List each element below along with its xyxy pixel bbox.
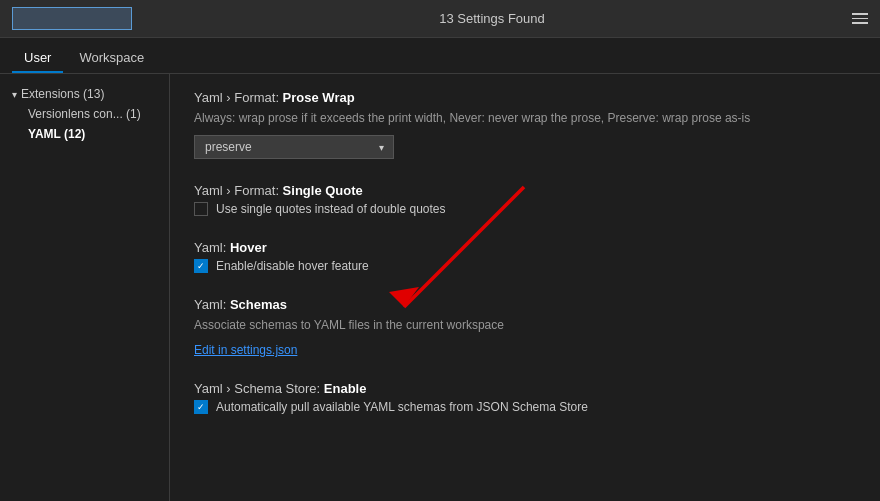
setting-single-quote: Yaml › Format: Single Quote Use single q… [194, 183, 856, 216]
search-input[interactable]: yaml [12, 7, 132, 30]
setting-single-quote-prefix: Yaml › Format: [194, 183, 283, 198]
setting-schema-store-bold: Enable [324, 381, 367, 396]
sidebar-item-versionlens[interactable]: Versionlens con... (1) [0, 104, 169, 124]
sidebar-section-extensions: ▾ Extensions (13) Versionlens con... (1)… [0, 82, 169, 146]
search-result-count: 13 Settings Found [439, 11, 545, 26]
setting-prose-wrap-title: Yaml › Format: Prose Wrap [194, 90, 856, 105]
setting-hover-title: Yaml: Hover [194, 240, 856, 255]
setting-schemas-prefix: Yaml: [194, 297, 230, 312]
sidebar-group-label: Extensions (13) [21, 87, 104, 101]
setting-schemas: Yaml: Schemas Associate schemas to YAML … [194, 297, 856, 357]
setting-single-quote-label: Use single quotes instead of double quot… [216, 202, 446, 216]
setting-hover: Yaml: Hover Enable/disable hover feature [194, 240, 856, 273]
setting-single-quote-bold: Single Quote [283, 183, 363, 198]
setting-hover-bold: Hover [230, 240, 267, 255]
main-layout: ▾ Extensions (13) Versionlens con... (1)… [0, 74, 880, 501]
setting-schema-store-label: Automatically pull available YAML schema… [216, 400, 588, 414]
setting-hover-checkbox[interactable] [194, 259, 208, 273]
sidebar: ▾ Extensions (13) Versionlens con... (1)… [0, 74, 170, 501]
setting-single-quote-title: Yaml › Format: Single Quote [194, 183, 856, 198]
setting-prose-wrap-dropdown[interactable]: preserve always never [194, 135, 394, 159]
tab-user[interactable]: User [12, 44, 63, 73]
setting-schema-store-enable: Yaml › Schema Store: Enable Automaticall… [194, 381, 856, 414]
setting-prose-wrap-description: Always: wrap prose if it exceeds the pri… [194, 109, 856, 127]
setting-single-quote-checkbox[interactable] [194, 202, 208, 216]
setting-hover-row: Enable/disable hover feature [194, 259, 856, 273]
setting-hover-prefix: Yaml: [194, 240, 230, 255]
setting-prose-wrap-bold: Prose Wrap [283, 90, 355, 105]
setting-prose-wrap: Yaml › Format: Prose Wrap Always: wrap p… [194, 90, 856, 159]
setting-schemas-bold: Schemas [230, 297, 287, 312]
setting-schemas-title: Yaml: Schemas [194, 297, 856, 312]
setting-single-quote-row: Use single quotes instead of double quot… [194, 202, 856, 216]
setting-schemas-description: Associate schemas to YAML files in the c… [194, 316, 856, 334]
setting-schema-store-row: Automatically pull available YAML schema… [194, 400, 856, 414]
search-bar: yaml 13 Settings Found [0, 0, 880, 38]
chevron-down-icon: ▾ [12, 89, 17, 100]
setting-hover-label: Enable/disable hover feature [216, 259, 369, 273]
tabs-bar: User Workspace [0, 38, 880, 74]
sidebar-group-extensions[interactable]: ▾ Extensions (13) [0, 84, 169, 104]
menu-icon[interactable] [852, 13, 868, 24]
settings-json-link[interactable]: Edit in settings.json [194, 343, 297, 357]
setting-prose-wrap-dropdown-wrapper: preserve always never ▾ [194, 135, 394, 159]
setting-schema-store-checkbox[interactable] [194, 400, 208, 414]
sidebar-item-yaml[interactable]: YAML (12) [0, 124, 169, 144]
tab-workspace[interactable]: Workspace [67, 44, 156, 73]
setting-prose-wrap-prefix: Yaml › Format: [194, 90, 283, 105]
settings-content: Yaml › Format: Prose Wrap Always: wrap p… [170, 74, 880, 501]
setting-schema-store-prefix: Yaml › Schema Store: [194, 381, 324, 396]
setting-schema-store-title: Yaml › Schema Store: Enable [194, 381, 856, 396]
